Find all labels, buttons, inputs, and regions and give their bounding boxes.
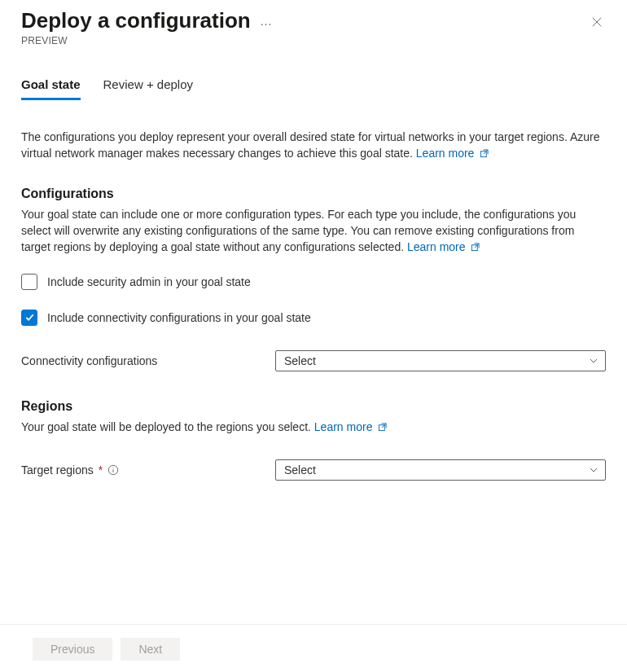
checkbox-row-connectivity: Include connectivity configurations in y… xyxy=(21,310,606,326)
close-icon xyxy=(591,16,603,28)
target-regions-label-text: Target regions xyxy=(21,463,94,477)
regions-desc-text: Your goal state will be deployed to the … xyxy=(21,420,311,433)
required-indicator: * xyxy=(99,463,103,477)
regions-description: Your goal state will be deployed to the … xyxy=(21,419,606,435)
footer: Previous Next xyxy=(0,624,627,672)
regions-learn-more-text: Learn more xyxy=(314,420,373,433)
checkbox-row-security: Include security admin in your goal stat… xyxy=(21,274,606,290)
target-regions-label: Target regions * xyxy=(21,463,275,477)
tab-review-deploy[interactable]: Review + deploy xyxy=(103,77,193,100)
intro-learn-more-link[interactable]: Learn more xyxy=(416,147,489,160)
checkbox-connectivity[interactable] xyxy=(21,310,37,326)
external-link-icon xyxy=(480,149,489,158)
checkmark-icon xyxy=(24,312,35,323)
connectivity-configs-select[interactable]: Select xyxy=(275,350,606,371)
more-icon[interactable]: ··· xyxy=(261,12,273,30)
title-line: Deploy a configuration ··· xyxy=(21,8,272,33)
tabs: Goal state Review + deploy xyxy=(21,77,606,101)
target-regions-row: Target regions * Select xyxy=(21,459,606,481)
chevron-down-icon xyxy=(589,465,598,475)
configurations-description: Your goal state can include one or more … xyxy=(21,206,606,256)
page-title: Deploy a configuration xyxy=(21,8,251,33)
svg-line-5 xyxy=(475,244,479,248)
external-link-icon xyxy=(471,243,480,252)
configurations-heading: Configurations xyxy=(21,187,606,201)
title-block: Deploy a configuration ··· PREVIEW xyxy=(21,8,272,46)
svg-line-3 xyxy=(484,150,488,154)
intro-learn-more-text: Learn more xyxy=(416,147,475,160)
intro-paragraph: The configurations you deploy represent … xyxy=(21,129,606,162)
intro-text: The configurations you deploy represent … xyxy=(21,130,599,160)
external-link-icon xyxy=(378,423,387,432)
configurations-learn-more-link[interactable]: Learn more xyxy=(407,240,480,253)
chevron-down-icon xyxy=(589,356,598,366)
info-icon[interactable] xyxy=(107,464,119,476)
close-button[interactable] xyxy=(588,11,606,35)
connectivity-configs-label: Connectivity configurations xyxy=(21,354,275,367)
regions-learn-more-link[interactable]: Learn more xyxy=(314,420,387,433)
target-regions-select[interactable]: Select xyxy=(275,459,606,481)
regions-heading: Regions xyxy=(21,399,606,414)
preview-label: PREVIEW xyxy=(21,35,272,46)
checkbox-connectivity-label: Include connectivity configurations in y… xyxy=(47,311,311,324)
checkbox-security-admin[interactable] xyxy=(21,274,37,290)
configurations-desc-text: Your goal state can include one or more … xyxy=(21,208,576,254)
next-button[interactable]: Next xyxy=(121,638,180,661)
connectivity-configs-label-text: Connectivity configurations xyxy=(21,354,157,367)
configurations-learn-more-text: Learn more xyxy=(407,240,466,253)
tab-goal-state[interactable]: Goal state xyxy=(21,77,81,100)
previous-button[interactable]: Previous xyxy=(33,638,112,661)
target-regions-select-value: Select xyxy=(284,463,316,477)
header: Deploy a configuration ··· PREVIEW xyxy=(21,8,606,46)
checkbox-security-label: Include security admin in your goal stat… xyxy=(47,275,251,288)
svg-line-7 xyxy=(382,424,386,428)
svg-point-10 xyxy=(113,468,114,468)
connectivity-configs-select-value: Select xyxy=(284,354,316,367)
connectivity-configs-row: Connectivity configurations Select xyxy=(21,350,606,371)
